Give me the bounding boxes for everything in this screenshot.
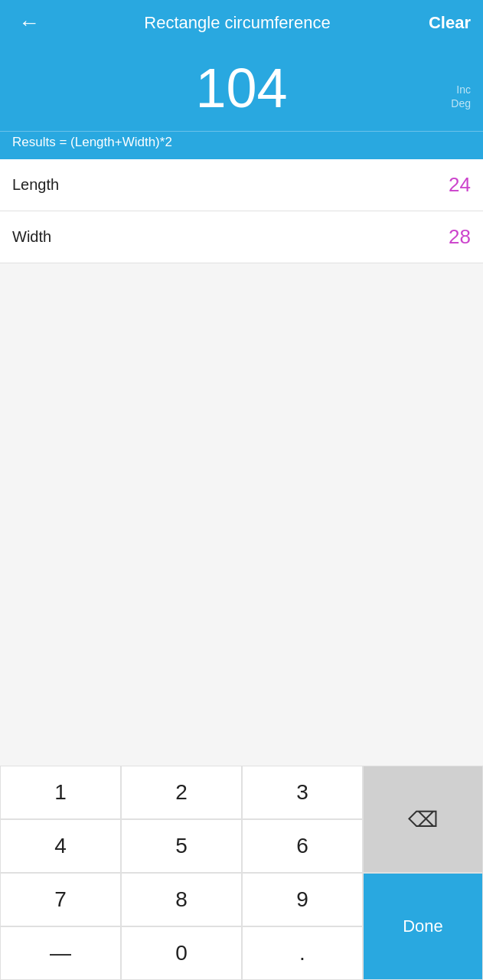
app-header: ← Rectangle circumference Clear: [0, 0, 483, 46]
key-8[interactable]: 8: [121, 873, 242, 926]
width-row[interactable]: Width 28: [0, 211, 483, 263]
unit-inc-toggle[interactable]: Inc: [456, 83, 471, 96]
keyboard-grid: 1 2 3 ⌫ 4 5 6 7 8 9 Done — 0 .: [0, 766, 483, 980]
key-6[interactable]: 6: [242, 819, 363, 873]
key-dot[interactable]: .: [242, 926, 363, 980]
key-9[interactable]: 9: [242, 873, 363, 926]
empty-space: [0, 263, 483, 524]
length-label: Length: [12, 176, 59, 194]
width-value: 28: [449, 225, 471, 249]
key-2[interactable]: 2: [121, 766, 242, 819]
page-title: Rectangle circumference: [144, 13, 330, 33]
key-0[interactable]: 0: [121, 926, 242, 980]
key-4[interactable]: 4: [0, 819, 121, 873]
input-fields: Length 24 Width 28: [0, 159, 483, 263]
formula-bar: Results = (Length+Width)*2: [0, 131, 483, 159]
length-value: 24: [449, 173, 471, 197]
unit-toggles: Inc Deg: [451, 83, 471, 109]
key-negative[interactable]: —: [0, 926, 121, 980]
length-row[interactable]: Length 24: [0, 159, 483, 211]
unit-deg-toggle[interactable]: Deg: [451, 97, 471, 109]
width-label: Width: [12, 228, 51, 246]
key-5[interactable]: 5: [121, 819, 242, 873]
result-value: 104: [12, 58, 471, 119]
result-area: 104 Inc Deg: [0, 46, 483, 131]
key-3[interactable]: 3: [242, 766, 363, 819]
key-1[interactable]: 1: [0, 766, 121, 819]
clear-button[interactable]: Clear: [429, 13, 471, 33]
key-7[interactable]: 7: [0, 873, 121, 926]
backspace-button[interactable]: ⌫: [363, 766, 483, 873]
backspace-icon: ⌫: [408, 807, 439, 832]
back-button[interactable]: ←: [12, 5, 46, 41]
formula-text: Results = (Length+Width)*2: [12, 135, 172, 149]
done-button[interactable]: Done: [363, 873, 483, 980]
keyboard-area: 1 2 3 ⌫ 4 5 6 7 8 9 Done — 0 .: [0, 766, 483, 980]
done-label: Done: [403, 916, 443, 936]
